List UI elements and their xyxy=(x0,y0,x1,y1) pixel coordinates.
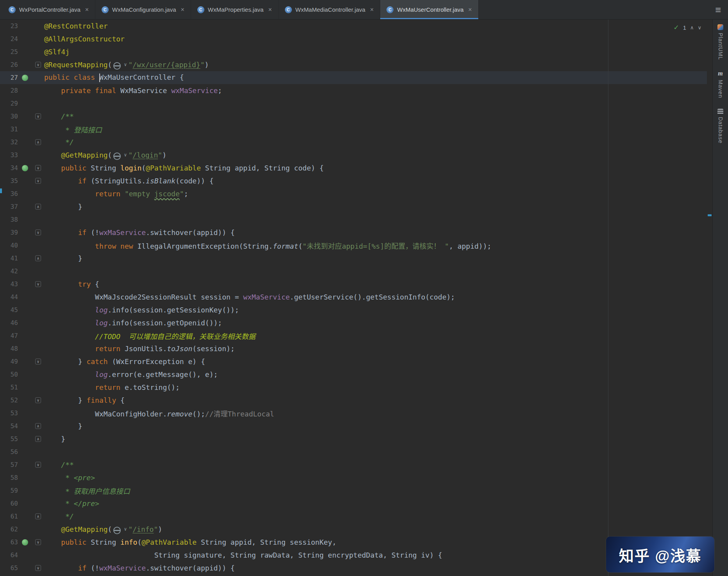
code-text[interactable]: @GetMapping("/login") xyxy=(44,151,166,160)
tool-button-plantuml[interactable]: PlantUML xyxy=(717,24,724,60)
line-number[interactable]: 64 xyxy=(0,551,18,559)
editor-tab[interactable]: CWxMaMediaController.java× xyxy=(279,0,381,19)
code-text[interactable]: //TODO 可以增加自己的逻辑，关联业务相关数据 xyxy=(44,331,256,341)
url-nav-icon[interactable] xyxy=(112,152,128,160)
code-text[interactable]: public class WxMaUserController { xyxy=(44,73,184,82)
fold-start-icon[interactable]: ∨ xyxy=(32,462,44,468)
fold-start-icon[interactable]: ∨ xyxy=(32,178,44,184)
code-text[interactable]: /** xyxy=(44,112,74,120)
fold-end-icon[interactable]: ∧ xyxy=(32,436,44,442)
line-number[interactable]: 62 xyxy=(0,526,18,533)
code-text[interactable]: /** xyxy=(44,461,74,469)
editor-tab[interactable]: CWxMaProperties.java× xyxy=(191,0,279,19)
line-number[interactable]: 48 xyxy=(0,345,18,352)
line-number[interactable]: 52 xyxy=(0,397,18,404)
fold-start-icon[interactable]: ∨ xyxy=(32,359,44,364)
code-text[interactable]: * 获取用户信息接口 xyxy=(44,486,130,496)
code-text[interactable]: log.info(session.getSessionKey()); xyxy=(44,306,239,314)
code-text[interactable]: WxMaConfigHolder.remove();//清理ThreadLoca… xyxy=(44,408,274,418)
code-text[interactable]: } catch (WxErrorException e) { xyxy=(44,357,205,366)
tab-close-icon[interactable]: × xyxy=(181,6,184,13)
line-number[interactable]: 54 xyxy=(0,422,18,430)
code-text[interactable]: @AllArgsConstructor xyxy=(44,35,125,43)
line-number[interactable]: 50 xyxy=(0,371,18,378)
line-number[interactable]: 38 xyxy=(0,216,18,223)
line-number[interactable]: 59 xyxy=(0,487,18,494)
fold-end-icon[interactable]: ∧ xyxy=(32,139,44,145)
line-number[interactable]: 49 xyxy=(0,358,18,365)
code-text[interactable]: */ xyxy=(44,512,74,520)
line-number[interactable]: 63 xyxy=(0,538,18,546)
fold-start-icon[interactable]: ∨ xyxy=(32,165,44,171)
fold-start-icon[interactable]: ∨ xyxy=(32,565,44,571)
code-text[interactable]: * </pre> xyxy=(44,499,99,508)
editor-tab[interactable]: CWxPortalController.java× xyxy=(2,0,95,19)
prev-problem-icon[interactable]: ∧ xyxy=(690,25,694,31)
line-number[interactable]: 28 xyxy=(0,87,18,94)
fold-start-icon[interactable]: ∨ xyxy=(32,397,44,403)
line-number[interactable]: 29 xyxy=(0,100,18,107)
code-text[interactable]: @GetMapping("/info") xyxy=(44,525,162,534)
code-text[interactable]: public String login(@PathVariable String… xyxy=(44,164,324,172)
line-number[interactable]: 25 xyxy=(0,48,18,56)
tab-close-icon[interactable]: × xyxy=(468,6,472,13)
code-text[interactable]: } finally { xyxy=(44,396,125,404)
code-text[interactable]: if (!wxMaService.switchover(appid)) { xyxy=(44,228,235,237)
line-number[interactable]: 51 xyxy=(0,384,18,391)
line-number[interactable]: 65 xyxy=(0,564,18,572)
code-text[interactable]: * 登陆接口 xyxy=(44,124,102,135)
line-number[interactable]: 30 xyxy=(0,113,18,120)
line-number[interactable]: 44 xyxy=(0,293,18,301)
line-number[interactable]: 27 xyxy=(0,74,18,81)
code-text[interactable]: return "empty jscode"; xyxy=(44,190,188,198)
line-number[interactable]: 34 xyxy=(0,164,18,172)
spring-bean-icon[interactable] xyxy=(18,165,32,171)
line-number[interactable]: 45 xyxy=(0,306,18,314)
code-text[interactable]: } xyxy=(44,422,82,430)
line-number[interactable]: 37 xyxy=(0,203,18,210)
line-number[interactable]: 43 xyxy=(0,280,18,288)
line-number[interactable]: 41 xyxy=(0,255,18,262)
next-problem-icon[interactable]: ∨ xyxy=(698,25,701,31)
code-text[interactable]: return e.toString(); xyxy=(44,383,180,391)
fold-start-icon[interactable]: ∨ xyxy=(32,230,44,235)
code-text[interactable]: } xyxy=(44,254,82,262)
line-number[interactable]: 42 xyxy=(0,267,18,275)
line-number[interactable]: 60 xyxy=(0,500,18,507)
code-text[interactable]: try { xyxy=(44,280,99,288)
fold-end-icon[interactable]: ∧ xyxy=(32,513,44,519)
line-number[interactable]: 55 xyxy=(0,435,18,443)
code-text[interactable]: log.error(e.getMessage(), e); xyxy=(44,370,218,379)
hamburger-menu-icon[interactable]: ≡ xyxy=(708,4,728,15)
fold-start-icon[interactable]: ∨ xyxy=(32,281,44,287)
fold-end-icon[interactable]: ∧ xyxy=(32,255,44,261)
line-number[interactable]: 23 xyxy=(0,22,18,30)
code-text[interactable]: */ xyxy=(44,138,74,146)
fold-end-icon[interactable]: ∧ xyxy=(32,423,44,429)
line-number[interactable]: 33 xyxy=(0,151,18,159)
line-number[interactable]: 53 xyxy=(0,409,18,417)
url-nav-icon[interactable] xyxy=(112,61,128,69)
code-text[interactable]: @Slf4j xyxy=(44,48,70,56)
line-number[interactable]: 31 xyxy=(0,126,18,133)
code-text[interactable]: return JsonUtils.toJson(session); xyxy=(44,345,235,353)
line-number[interactable]: 24 xyxy=(0,35,18,43)
line-number[interactable]: 56 xyxy=(0,448,18,456)
code-text[interactable]: if (!wxMaService.switchover(appid)) { xyxy=(44,564,235,572)
code-text[interactable]: log.info(session.getOpenid()); xyxy=(44,319,222,327)
line-number[interactable]: 61 xyxy=(0,513,18,520)
code-text[interactable]: WxMaJscode2SessionResult session = wxMaS… xyxy=(44,293,455,301)
line-number[interactable]: 35 xyxy=(0,177,18,185)
fold-start-icon[interactable]: ∨ xyxy=(32,62,44,68)
code-text[interactable]: String signature, String rawData, String… xyxy=(44,551,442,559)
code-text[interactable]: * <pre> xyxy=(44,474,95,482)
code-text[interactable]: @RequestMapping("/wx/user/{appid}") xyxy=(44,61,209,69)
code-text[interactable]: public String info(@PathVariable String … xyxy=(44,538,336,546)
editor-tab[interactable]: CWxMaUserController.java× xyxy=(380,0,478,19)
fold-end-icon[interactable]: ∧ xyxy=(32,204,44,210)
line-number[interactable]: 39 xyxy=(0,229,18,236)
code-text[interactable]: @RestController xyxy=(44,22,108,30)
spring-bean-icon[interactable] xyxy=(18,75,32,81)
line-number[interactable]: 26 xyxy=(0,61,18,68)
line-number[interactable]: 36 xyxy=(0,190,18,197)
